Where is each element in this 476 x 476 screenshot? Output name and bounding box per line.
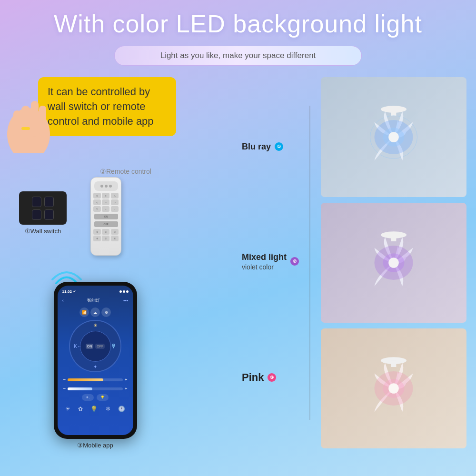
remote-btn: ≡ bbox=[102, 193, 109, 198]
brightness-up-icon: ☀ bbox=[93, 323, 98, 328]
lamp-card-blue bbox=[321, 77, 466, 197]
lamp-card-violet bbox=[321, 203, 466, 323]
phone-device: 11:02 ✓ ‹ 智能灯 ••• bbox=[54, 282, 137, 439]
svg-point-22 bbox=[388, 383, 399, 394]
lamp-pink-svg bbox=[351, 348, 436, 429]
battery-icon bbox=[126, 290, 129, 293]
pink-label-text: Pink bbox=[242, 371, 264, 384]
page-title: With color LED background light bbox=[10, 10, 466, 38]
arrow-left-icon: K← bbox=[74, 344, 82, 349]
phone-app-title: 智能灯 bbox=[87, 298, 100, 304]
remote-dot bbox=[109, 185, 112, 188]
on-off-control[interactable]: ON OFF bbox=[80, 331, 111, 362]
scene-gear-icon[interactable]: ✿ bbox=[78, 406, 83, 412]
scene-sun-icon[interactable]: ☀ bbox=[65, 406, 70, 412]
warm-slider[interactable] bbox=[68, 378, 122, 381]
color-label-blue: Blu ray ① bbox=[242, 142, 313, 152]
color-labels: Blu ray ① Mixed light violet color ② Pin… bbox=[242, 77, 313, 448]
phone-back-btn[interactable]: ‹ bbox=[62, 298, 64, 303]
mic-icon: 🎙 bbox=[111, 343, 117, 349]
phone-screen: 11:02 ✓ ‹ 智能灯 ••• bbox=[58, 286, 133, 435]
switch-button bbox=[44, 197, 54, 207]
remote-label: ②Remote control bbox=[100, 168, 151, 175]
wall-switch-label: ①Wall switch bbox=[19, 228, 67, 235]
remote-top bbox=[94, 181, 118, 191]
violet-label-sub: violet color bbox=[242, 263, 287, 271]
scene-fan-icon[interactable]: ❄ bbox=[106, 406, 110, 412]
brightness-down-icon: ✦ bbox=[93, 364, 97, 369]
lamp-card-pink bbox=[321, 328, 466, 448]
cool-slider[interactable] bbox=[68, 387, 122, 390]
remote-btn: ○ bbox=[102, 199, 109, 205]
switch-button bbox=[32, 197, 41, 207]
switch-button bbox=[44, 209, 54, 220]
svg-point-12 bbox=[388, 132, 399, 142]
phone-settings-btn[interactable]: ⚙ bbox=[101, 307, 111, 317]
warm-minus-btn[interactable]: − bbox=[63, 377, 66, 382]
remote-control-area: ②Remote control ⊙ ≡ △ ◁ ○ ▷ ▽ bbox=[90, 168, 151, 256]
svg-rect-1 bbox=[21, 106, 30, 139]
blue-label-text: Blu ray bbox=[242, 142, 271, 152]
warm-slider-row: − + bbox=[60, 376, 130, 383]
hand-area bbox=[0, 77, 57, 153]
svg-rect-3 bbox=[39, 106, 46, 137]
violet-label-text: Mixed light bbox=[242, 252, 287, 262]
phone-wifi-btn[interactable]: 📶 bbox=[79, 307, 89, 317]
remote-buttons-2: ① ② ③ ④ ⑤ ⑥ bbox=[93, 229, 119, 241]
color-label-pink: Pink ③ bbox=[242, 371, 313, 384]
remote-btn: ④ bbox=[93, 236, 101, 241]
svg-point-17 bbox=[388, 258, 399, 268]
phone-bottom-icons: ☀ ✿ 💡 ❄ 🕐 bbox=[60, 404, 130, 413]
svg-rect-14 bbox=[391, 235, 397, 242]
svg-rect-8 bbox=[391, 109, 397, 116]
scene-timer-icon[interactable]: 🕐 bbox=[118, 406, 125, 412]
remote-dot bbox=[100, 185, 103, 188]
remote-btn: ⑥ bbox=[111, 236, 119, 241]
lamp-blue-svg bbox=[351, 97, 436, 178]
left-panel: It can be controlled by wall switch or r… bbox=[10, 77, 233, 448]
cool-slider-row: − + bbox=[60, 385, 130, 392]
signal-icon bbox=[119, 290, 122, 293]
switch-row-2 bbox=[32, 209, 54, 220]
mode-btn-2[interactable]: 💡 bbox=[97, 394, 109, 401]
hand-icon bbox=[0, 77, 57, 153]
remote-dot bbox=[105, 185, 108, 188]
vertical-connector bbox=[309, 106, 310, 420]
remote-btn: ▷ bbox=[111, 199, 119, 205]
phone-icon-row: 📶 ☁ ⚙ bbox=[60, 307, 130, 317]
phone-cloud-btn[interactable]: ☁ bbox=[90, 307, 100, 317]
scene-bulb-icon[interactable]: 💡 bbox=[90, 406, 98, 412]
phone-mode-row: ☀ . 💡 bbox=[60, 394, 130, 401]
phone-status-bar: 11:02 ✓ bbox=[60, 288, 130, 295]
pink-number: ③ bbox=[268, 373, 276, 382]
violet-number: ② bbox=[290, 257, 299, 266]
phone-header: ‹ 智能灯 ••• bbox=[60, 297, 130, 305]
main-container: With color LED background light Light as… bbox=[0, 0, 476, 476]
control-info-box: It can be controlled by wall switch or r… bbox=[38, 77, 176, 136]
wall-switch-image bbox=[19, 191, 67, 225]
phone-status-icons bbox=[119, 290, 129, 293]
phone-app-area: 11:02 ✓ ‹ 智能灯 ••• bbox=[29, 282, 162, 449]
wifi-status-icon bbox=[123, 290, 125, 293]
warm-plus-btn[interactable]: + bbox=[125, 377, 128, 382]
remote-btn: ② bbox=[102, 229, 109, 235]
phone-more-btn[interactable]: ••• bbox=[123, 298, 129, 303]
remote-btn: + bbox=[102, 206, 109, 212]
on-button[interactable]: ON bbox=[86, 344, 94, 349]
switch-button bbox=[32, 209, 41, 220]
cool-minus-btn[interactable]: − bbox=[63, 386, 66, 391]
mode-btn-1[interactable]: ☀ . bbox=[82, 394, 94, 401]
remote-btn: - bbox=[111, 206, 119, 212]
off-button[interactable]: OFF bbox=[95, 344, 105, 349]
svg-rect-4 bbox=[13, 110, 21, 139]
lamp-violet-svg bbox=[351, 222, 436, 303]
cool-plus-btn[interactable]: + bbox=[125, 386, 128, 391]
lamp-images bbox=[321, 77, 466, 448]
remote-btn: ⊙ bbox=[93, 193, 101, 198]
svg-rect-5 bbox=[21, 127, 30, 130]
remote-btn: ▽ bbox=[93, 206, 101, 212]
blue-number: ① bbox=[275, 142, 283, 151]
remote-btn: ③ bbox=[111, 229, 119, 235]
phone-circle-control[interactable]: ☀ K← ON OFF 🎙 ✦ bbox=[69, 320, 121, 372]
remote-on-btn: ON bbox=[94, 214, 118, 219]
